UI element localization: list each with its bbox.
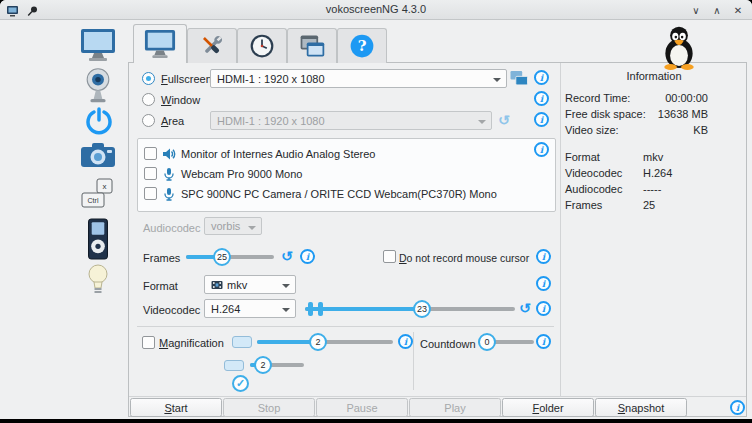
area-radio[interactable] [142,114,155,127]
tab-help[interactable]: ? [337,28,387,63]
videocodec-quality-handle[interactable]: 23 [413,300,431,318]
fullscreen-radio[interactable] [142,72,155,85]
folder-button[interactable]: Folder [502,398,594,417]
slider-tick[interactable] [308,302,313,316]
sidebar-item-shortcut-keys[interactable]: xCtrl [80,176,116,212]
fullscreen-combobox[interactable]: HDMI-1 : 1920 x 1080 [210,69,507,88]
video-size-value: KB [693,124,708,136]
display-clone-button[interactable] [509,70,529,87]
format-label: Format [143,279,178,293]
media-player-icon [87,218,109,260]
videocodec-combobox[interactable]: H.264 [204,299,296,318]
disk-space-row: Free disk space: 13638 MB [565,108,708,120]
audio-device-row: Webcam Pro 9000 Mono [144,165,555,182]
tools-icon [191,32,233,60]
start-button[interactable]: Start [130,398,222,417]
buttons-info-icon[interactable]: i [730,400,745,415]
window-label[interactable]: Window [161,93,200,107]
tab-timer[interactable] [237,28,287,63]
ip-videocodec-value: H.264 [643,166,672,180]
titlebar[interactable]: vokoscreenNG 4.3.0 ∨ ∧ ✕ [0,0,752,20]
format-combobox-value: mkv [227,279,247,291]
audio-device-checkbox[interactable] [144,167,157,180]
magnification-divider [137,326,554,327]
monitor-icon [137,28,183,60]
mouse-cursor-info-icon[interactable]: i [536,249,551,264]
videocodec-reset-icon[interactable]: ↺ [519,300,531,316]
frames-slider[interactable]: 25 [186,248,274,266]
area-info-icon[interactable]: i [534,112,549,127]
magnification-slider-2-handle[interactable]: 2 [254,356,272,374]
fullscreen-label[interactable]: Fullscreen [161,72,212,86]
webcam-icon [85,66,111,104]
ip-audiocodec-value: ----- [643,182,661,196]
sidebar-item-idea[interactable] [87,262,109,298]
sidebar-item-camera[interactable] [80,140,116,170]
power-icon [85,106,113,136]
audio-info-icon[interactable]: i [534,142,549,157]
videocodec-quality-slider[interactable]: 23 [305,300,515,318]
windows-icon [291,32,333,60]
window-info-icon[interactable]: i [534,91,549,106]
magnification-slider[interactable]: 2 [257,333,393,351]
countdown-slider[interactable]: 0 [478,333,534,351]
fullscreen-info-icon[interactable]: i [534,70,549,85]
videocodec-label: Videocodec [143,303,200,317]
clock-icon [241,32,283,60]
display-clone-icon [509,70,529,87]
tab-windows[interactable] [287,28,337,63]
tux-logo [658,24,700,62]
record-time-row: Record Time: 00:00:00 [565,92,708,104]
tux-penguin-icon [658,24,700,70]
window-radio[interactable] [142,93,155,106]
magnification-info-icon[interactable]: i [398,334,413,349]
frames-info-icon[interactable]: i [300,249,315,264]
ip-videocodec-label: Videocodec [565,166,622,180]
magnification-slider-handle[interactable]: 2 [309,333,327,351]
audiocodec-label: Audiocodec [143,221,201,235]
magnification-apply-check[interactable]: ✓ [232,375,249,392]
pause-button: Pause [316,398,408,417]
videocodec-quality-value: 23 [417,304,427,314]
ip-audiocodec-label: Audiocodec [565,182,623,196]
keyboard-keys-icon: xCtrl [80,176,116,212]
audio-device-list: Monitor of Internes Audio Analog Stereo … [137,138,556,212]
video-size-row: Video size: KB [565,124,708,136]
sidebar-item-screen[interactable] [78,27,118,63]
microphone-icon [162,167,176,181]
videocodec-info-icon[interactable]: i [536,301,551,316]
maximize-button[interactable]: ∧ [711,5,723,16]
magnification-label[interactable]: Magnification [159,336,224,350]
sidebar-item-power[interactable] [85,106,113,136]
countdown-slider-handle[interactable]: 0 [478,333,496,351]
mouse-cursor-checkbox[interactable] [383,250,396,263]
ip-format-value: mkv [643,150,663,164]
area-combobox-value: HDMI-1 : 1920 x 1080 [217,115,325,127]
sidebar-item-media-player[interactable] [87,218,109,260]
countdown-label: Countdown [420,337,476,351]
minimize-button[interactable]: ∨ [690,5,702,16]
audio-device-checkbox[interactable] [144,187,157,200]
tab-screen[interactable] [133,24,187,63]
frames-slider-handle[interactable]: 25 [213,248,231,266]
countdown-info-icon[interactable]: i [536,334,551,349]
sidebar-item-webcam[interactable] [85,66,111,104]
audio-device-checkbox[interactable] [144,147,157,160]
close-button[interactable]: ✕ [732,5,744,16]
mouse-cursor-label[interactable]: Do not record mouse cursor [399,251,529,265]
camera-icon [80,140,116,170]
svg-text:x: x [103,182,107,191]
magnification-checkbox[interactable] [142,336,155,349]
area-label[interactable]: Area [161,114,184,128]
slider-tick[interactable] [318,302,323,316]
frames-label: Frames [143,251,180,265]
snapshot-button[interactable]: Snapshot [595,398,687,417]
magnification-slider-2[interactable]: 2 [250,356,304,374]
countdown-value: 0 [484,337,489,347]
format-combobox[interactable]: mkv [204,275,296,294]
frames-reset-icon[interactable]: ↺ [281,248,293,264]
format-info-icon[interactable]: i [536,276,551,291]
frames-value: 25 [217,252,227,262]
audio-device-row: Monitor of Internes Audio Analog Stereo [144,145,555,162]
tab-tools[interactable] [187,28,237,63]
